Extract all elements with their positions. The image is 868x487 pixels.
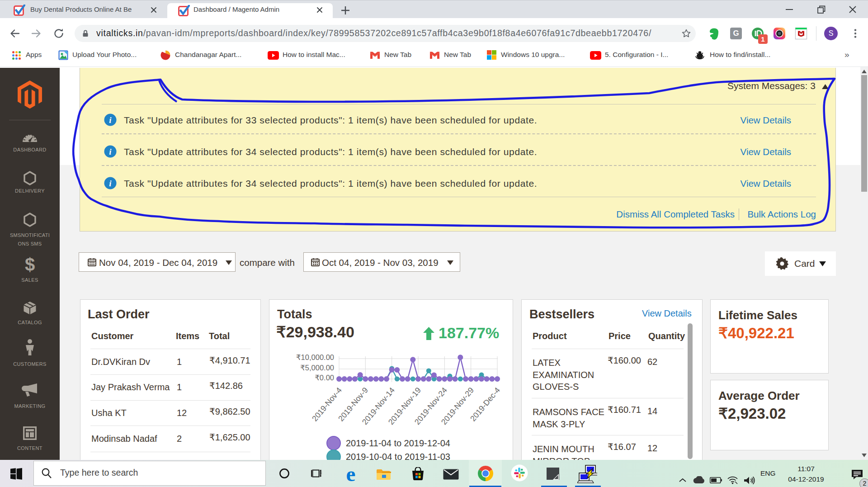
- svg-text:1: 1: [761, 35, 764, 43]
